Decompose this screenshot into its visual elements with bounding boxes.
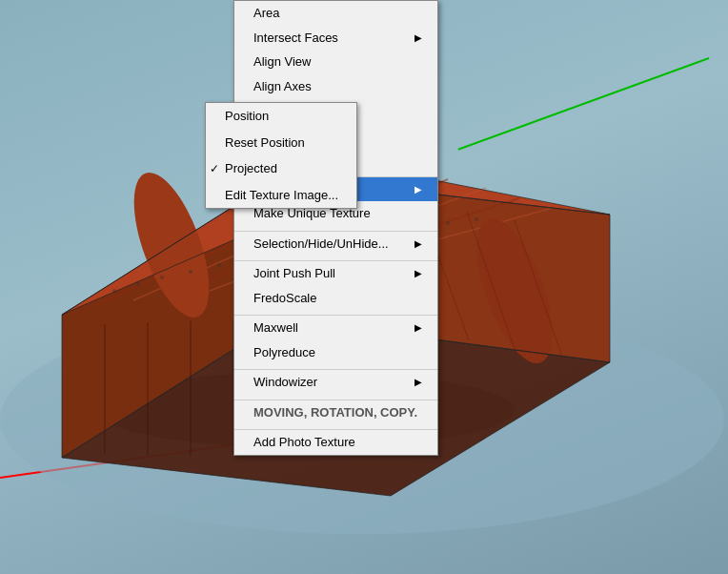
svg-point-39 [446,221,450,225]
svg-point-27 [112,289,116,293]
svg-point-30 [189,270,192,274]
menu-item-add-photo-texture[interactable]: Add Photo Texture [234,430,437,455]
submenu-item-position[interactable]: Position [206,103,356,130]
menu-item-maxwell[interactable]: Maxwell ▶ [234,316,437,340]
svg-point-31 [217,263,221,267]
texture-submenu[interactable]: Position Reset Position ✓ Projected Edit… [205,102,357,209]
menu-item-windowizer[interactable]: Windowizer ▶ [234,370,437,395]
submenu-item-edit-texture-image[interactable]: Edit Texture Image... [206,182,356,209]
menu-item-align-axes[interactable]: Align Axes [234,74,437,99]
svg-point-29 [160,276,164,279]
submenu-item-reset-position[interactable]: Reset Position [206,130,356,156]
svg-point-28 [136,282,140,286]
menu-item-intersect-faces[interactable]: Intersect Faces ▶ [234,26,437,51]
check-icon: ✓ [210,160,219,177]
menu-item-align-view[interactable]: Align View [234,50,437,74]
menu-item-moving-rotation[interactable]: MOVING, ROTATION, COPY. [234,400,437,425]
menu-item-area[interactable]: Area [234,1,437,26]
svg-point-40 [475,217,478,221]
menu-item-polyreduce[interactable]: Polyreduce [234,340,437,365]
menu-item-selection-hide[interactable]: Selection/Hide/UnHide... ▶ [234,232,437,256]
submenu-item-projected[interactable]: ✓ Projected [206,155,356,182]
menu-item-joint-push-pull[interactable]: Joint Push Pull ▶ [234,261,437,286]
context-menu[interactable]: Area Intersect Faces ▶ Align View Align … [233,0,438,456]
menu-item-fredoscale[interactable]: FredoScale [234,286,437,311]
